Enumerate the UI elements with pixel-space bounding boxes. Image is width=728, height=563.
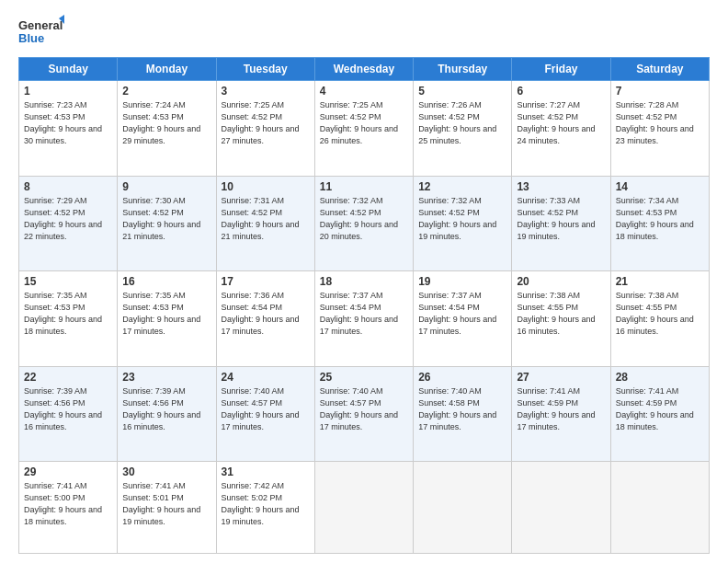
day-info: Sunrise: 7:40 AMSunset: 4:58 PMDaylight:… xyxy=(418,385,506,433)
day-header-wednesday: Wednesday xyxy=(314,58,413,81)
day-info: Sunrise: 7:32 AMSunset: 4:52 PMDaylight:… xyxy=(320,195,408,243)
calendar-cell: 9 Sunrise: 7:30 AMSunset: 4:52 PMDayligh… xyxy=(118,176,216,271)
day-header-monday: Monday xyxy=(118,58,216,81)
page: General Blue SundayMondayTuesdayWednesda… xyxy=(0,0,728,563)
day-number: 15 xyxy=(24,275,112,288)
day-header-tuesday: Tuesday xyxy=(216,58,314,81)
week-row-2: 8 Sunrise: 7:29 AMSunset: 4:52 PMDayligh… xyxy=(19,176,710,271)
svg-text:Blue: Blue xyxy=(18,31,44,45)
calendar-cell: 15 Sunrise: 7:35 AMSunset: 4:53 PMDaylig… xyxy=(19,271,118,367)
calendar-cell xyxy=(414,462,512,554)
day-header-friday: Friday xyxy=(512,58,610,81)
calendar-table: SundayMondayTuesdayWednesdayThursdayFrid… xyxy=(18,57,710,554)
day-info: Sunrise: 7:33 AMSunset: 4:52 PMDaylight:… xyxy=(517,195,605,243)
day-number: 28 xyxy=(616,371,704,384)
svg-text:General: General xyxy=(18,18,63,32)
day-info: Sunrise: 7:41 AMSunset: 4:59 PMDaylight:… xyxy=(517,385,605,433)
day-number: 25 xyxy=(320,371,408,384)
calendar-cell: 30 Sunrise: 7:41 AMSunset: 5:01 PMDaylig… xyxy=(118,462,216,554)
day-info: Sunrise: 7:38 AMSunset: 4:55 PMDaylight:… xyxy=(616,290,704,338)
day-info: Sunrise: 7:27 AMSunset: 4:52 PMDaylight:… xyxy=(517,99,605,147)
day-info: Sunrise: 7:23 AMSunset: 4:53 PMDaylight:… xyxy=(24,99,112,147)
day-number: 6 xyxy=(517,85,605,98)
day-number: 7 xyxy=(616,85,704,98)
header: General Blue xyxy=(18,15,710,50)
day-number: 13 xyxy=(517,180,605,193)
day-number: 4 xyxy=(320,85,408,98)
calendar-cell: 5 Sunrise: 7:26 AMSunset: 4:52 PMDayligh… xyxy=(414,81,512,177)
day-number: 19 xyxy=(418,275,506,288)
day-number: 31 xyxy=(222,465,310,478)
calendar-cell: 4 Sunrise: 7:25 AMSunset: 4:52 PMDayligh… xyxy=(314,81,413,177)
day-info: Sunrise: 7:39 AMSunset: 4:56 PMDaylight:… xyxy=(24,385,112,433)
calendar-cell: 21 Sunrise: 7:38 AMSunset: 4:55 PMDaylig… xyxy=(610,271,709,367)
day-number: 23 xyxy=(122,371,210,384)
calendar-cell: 3 Sunrise: 7:25 AMSunset: 4:52 PMDayligh… xyxy=(216,81,314,177)
day-number: 1 xyxy=(24,85,112,98)
calendar-cell xyxy=(610,462,709,554)
calendar-cell: 24 Sunrise: 7:40 AMSunset: 4:57 PMDaylig… xyxy=(216,366,314,462)
calendar-cell: 27 Sunrise: 7:41 AMSunset: 4:59 PMDaylig… xyxy=(512,366,610,462)
day-info: Sunrise: 7:39 AMSunset: 4:56 PMDaylight:… xyxy=(122,385,210,433)
calendar-cell: 28 Sunrise: 7:41 AMSunset: 4:59 PMDaylig… xyxy=(610,366,709,462)
day-info: Sunrise: 7:42 AMSunset: 5:02 PMDaylight:… xyxy=(222,480,310,528)
calendar-cell: 26 Sunrise: 7:40 AMSunset: 4:58 PMDaylig… xyxy=(414,366,512,462)
day-info: Sunrise: 7:37 AMSunset: 4:54 PMDaylight:… xyxy=(418,290,506,338)
day-number: 2 xyxy=(122,85,210,98)
day-number: 3 xyxy=(222,85,310,98)
calendar-cell: 13 Sunrise: 7:33 AMSunset: 4:52 PMDaylig… xyxy=(512,176,610,271)
day-info: Sunrise: 7:41 AMSunset: 4:59 PMDaylight:… xyxy=(616,385,704,433)
day-number: 12 xyxy=(418,180,506,193)
day-info: Sunrise: 7:24 AMSunset: 4:53 PMDaylight:… xyxy=(122,99,210,147)
day-number: 21 xyxy=(616,275,704,288)
calendar-cell: 19 Sunrise: 7:37 AMSunset: 4:54 PMDaylig… xyxy=(414,271,512,367)
calendar-cell: 1 Sunrise: 7:23 AMSunset: 4:53 PMDayligh… xyxy=(19,81,118,177)
day-number: 27 xyxy=(517,371,605,384)
day-info: Sunrise: 7:35 AMSunset: 4:53 PMDaylight:… xyxy=(24,290,112,338)
day-number: 26 xyxy=(418,371,506,384)
day-number: 18 xyxy=(320,275,408,288)
week-row-1: 1 Sunrise: 7:23 AMSunset: 4:53 PMDayligh… xyxy=(19,81,710,177)
day-number: 17 xyxy=(222,275,310,288)
calendar-cell xyxy=(314,462,413,554)
calendar-cell: 22 Sunrise: 7:39 AMSunset: 4:56 PMDaylig… xyxy=(19,366,118,462)
week-row-5: 29 Sunrise: 7:41 AMSunset: 5:00 PMDaylig… xyxy=(19,462,710,554)
calendar-cell: 29 Sunrise: 7:41 AMSunset: 5:00 PMDaylig… xyxy=(19,462,118,554)
calendar-cell xyxy=(512,462,610,554)
day-info: Sunrise: 7:35 AMSunset: 4:53 PMDaylight:… xyxy=(122,290,210,338)
calendar-cell: 12 Sunrise: 7:32 AMSunset: 4:52 PMDaylig… xyxy=(414,176,512,271)
week-row-3: 15 Sunrise: 7:35 AMSunset: 4:53 PMDaylig… xyxy=(19,271,710,367)
calendar-cell: 2 Sunrise: 7:24 AMSunset: 4:53 PMDayligh… xyxy=(118,81,216,177)
day-info: Sunrise: 7:32 AMSunset: 4:52 PMDaylight:… xyxy=(418,195,506,243)
calendar-cell: 31 Sunrise: 7:42 AMSunset: 5:02 PMDaylig… xyxy=(216,462,314,554)
day-info: Sunrise: 7:40 AMSunset: 4:57 PMDaylight:… xyxy=(222,385,310,433)
calendar-cell: 6 Sunrise: 7:27 AMSunset: 4:52 PMDayligh… xyxy=(512,81,610,177)
day-info: Sunrise: 7:38 AMSunset: 4:55 PMDaylight:… xyxy=(517,290,605,338)
day-number: 9 xyxy=(122,180,210,193)
day-header-saturday: Saturday xyxy=(610,58,709,81)
calendar-cell: 8 Sunrise: 7:29 AMSunset: 4:52 PMDayligh… xyxy=(19,176,118,271)
day-info: Sunrise: 7:26 AMSunset: 4:52 PMDaylight:… xyxy=(418,99,506,147)
day-number: 22 xyxy=(24,371,112,384)
day-info: Sunrise: 7:34 AMSunset: 4:53 PMDaylight:… xyxy=(616,195,704,243)
logo: General Blue xyxy=(18,15,64,50)
day-header-thursday: Thursday xyxy=(414,58,512,81)
day-number: 11 xyxy=(320,180,408,193)
calendar-cell: 11 Sunrise: 7:32 AMSunset: 4:52 PMDaylig… xyxy=(314,176,413,271)
calendar-cell: 18 Sunrise: 7:37 AMSunset: 4:54 PMDaylig… xyxy=(314,271,413,367)
header-row: SundayMondayTuesdayWednesdayThursdayFrid… xyxy=(19,58,710,81)
day-info: Sunrise: 7:28 AMSunset: 4:52 PMDaylight:… xyxy=(616,99,704,147)
calendar-cell: 25 Sunrise: 7:40 AMSunset: 4:57 PMDaylig… xyxy=(314,366,413,462)
day-info: Sunrise: 7:41 AMSunset: 5:01 PMDaylight:… xyxy=(122,480,210,528)
day-number: 20 xyxy=(517,275,605,288)
day-info: Sunrise: 7:37 AMSunset: 4:54 PMDaylight:… xyxy=(320,290,408,338)
day-number: 10 xyxy=(222,180,310,193)
week-row-4: 22 Sunrise: 7:39 AMSunset: 4:56 PMDaylig… xyxy=(19,366,710,462)
day-number: 16 xyxy=(122,275,210,288)
day-info: Sunrise: 7:25 AMSunset: 4:52 PMDaylight:… xyxy=(320,99,408,147)
day-header-sunday: Sunday xyxy=(19,58,118,81)
day-info: Sunrise: 7:25 AMSunset: 4:52 PMDaylight:… xyxy=(222,99,310,147)
day-info: Sunrise: 7:36 AMSunset: 4:54 PMDaylight:… xyxy=(222,290,310,338)
calendar-cell: 7 Sunrise: 7:28 AMSunset: 4:52 PMDayligh… xyxy=(610,81,709,177)
day-number: 24 xyxy=(222,371,310,384)
